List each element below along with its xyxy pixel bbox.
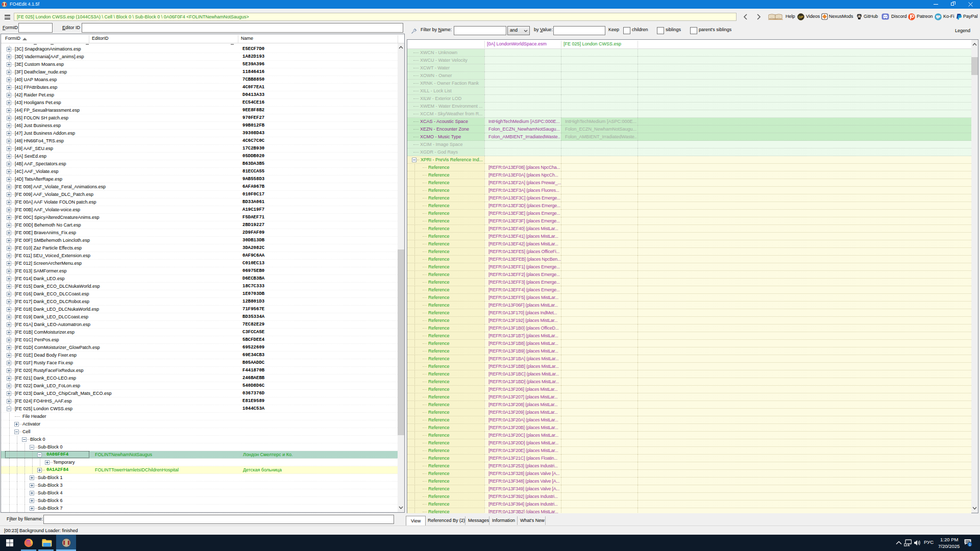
svg-text:1: 1 <box>969 543 971 546</box>
svg-text:GP: GP <box>798 15 803 19</box>
